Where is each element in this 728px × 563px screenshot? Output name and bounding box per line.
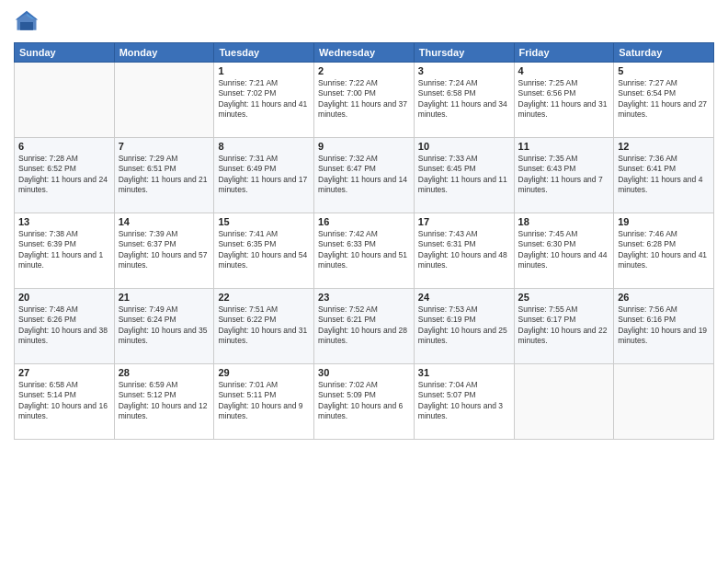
day-info: Sunrise: 7:42 AM Sunset: 6:33 PM Dayligh… xyxy=(318,229,410,271)
day-info: Sunrise: 7:01 AM Sunset: 5:11 PM Dayligh… xyxy=(218,380,310,422)
week-row-4: 20Sunrise: 7:48 AM Sunset: 6:26 PM Dayli… xyxy=(15,289,714,364)
weekday-header-monday: Monday xyxy=(114,43,214,63)
calendar-cell: 10Sunrise: 7:33 AM Sunset: 6:45 PM Dayli… xyxy=(414,138,514,213)
calendar: SundayMondayTuesdayWednesdayThursdayFrid… xyxy=(14,42,714,440)
day-info: Sunrise: 7:43 AM Sunset: 6:31 PM Dayligh… xyxy=(418,229,510,271)
header xyxy=(14,9,714,35)
calendar-cell: 4Sunrise: 7:25 AM Sunset: 6:56 PM Daylig… xyxy=(514,63,614,138)
calendar-cell: 13Sunrise: 7:38 AM Sunset: 6:39 PM Dayli… xyxy=(15,213,115,289)
day-number: 24 xyxy=(418,292,510,303)
week-row-1: 1Sunrise: 7:21 AM Sunset: 7:02 PM Daylig… xyxy=(15,63,714,138)
day-number: 18 xyxy=(518,216,610,227)
day-info: Sunrise: 7:22 AM Sunset: 7:00 PM Dayligh… xyxy=(318,78,410,121)
day-number: 26 xyxy=(618,292,710,303)
day-number: 19 xyxy=(618,216,710,227)
day-number: 11 xyxy=(518,141,610,152)
day-number: 22 xyxy=(218,292,310,303)
weekday-header-tuesday: Tuesday xyxy=(214,43,314,63)
day-info: Sunrise: 7:31 AM Sunset: 6:49 PM Dayligh… xyxy=(218,154,310,196)
calendar-cell: 20Sunrise: 7:48 AM Sunset: 6:26 PM Dayli… xyxy=(15,289,115,364)
day-number: 6 xyxy=(18,141,110,152)
calendar-cell: 19Sunrise: 7:46 AM Sunset: 6:28 PM Dayli… xyxy=(614,213,714,289)
day-number: 5 xyxy=(618,65,710,76)
calendar-cell xyxy=(15,63,115,138)
calendar-cell: 28Sunrise: 6:59 AM Sunset: 5:12 PM Dayli… xyxy=(114,364,214,440)
day-number: 7 xyxy=(119,141,210,152)
day-number: 2 xyxy=(318,65,410,76)
day-info: Sunrise: 7:32 AM Sunset: 6:47 PM Dayligh… xyxy=(318,154,410,196)
weekday-header-thursday: Thursday xyxy=(414,43,514,63)
day-number: 23 xyxy=(318,292,410,303)
day-number: 14 xyxy=(119,216,210,227)
day-info: Sunrise: 7:04 AM Sunset: 5:07 PM Dayligh… xyxy=(418,380,510,422)
day-info: Sunrise: 7:41 AM Sunset: 6:35 PM Dayligh… xyxy=(218,229,310,271)
weekday-header-sunday: Sunday xyxy=(15,43,115,63)
day-number: 30 xyxy=(318,367,410,378)
calendar-cell xyxy=(514,364,614,440)
day-info: Sunrise: 7:28 AM Sunset: 6:52 PM Dayligh… xyxy=(18,154,110,196)
calendar-cell: 8Sunrise: 7:31 AM Sunset: 6:49 PM Daylig… xyxy=(214,138,314,213)
day-info: Sunrise: 7:52 AM Sunset: 6:21 PM Dayligh… xyxy=(318,304,410,347)
day-number: 20 xyxy=(18,292,110,303)
day-info: Sunrise: 7:29 AM Sunset: 6:51 PM Dayligh… xyxy=(119,154,210,196)
calendar-cell: 9Sunrise: 7:32 AM Sunset: 6:47 PM Daylig… xyxy=(314,138,415,213)
week-row-3: 13Sunrise: 7:38 AM Sunset: 6:39 PM Dayli… xyxy=(15,213,714,289)
calendar-cell: 23Sunrise: 7:52 AM Sunset: 6:21 PM Dayli… xyxy=(314,289,415,364)
logo xyxy=(14,9,43,35)
day-info: Sunrise: 7:36 AM Sunset: 6:41 PM Dayligh… xyxy=(618,154,710,196)
day-number: 15 xyxy=(218,216,310,227)
calendar-cell: 6Sunrise: 7:28 AM Sunset: 6:52 PM Daylig… xyxy=(15,138,115,213)
week-row-2: 6Sunrise: 7:28 AM Sunset: 6:52 PM Daylig… xyxy=(15,138,714,213)
calendar-cell: 29Sunrise: 7:01 AM Sunset: 5:11 PM Dayli… xyxy=(214,364,314,440)
day-number: 3 xyxy=(418,65,510,76)
day-number: 27 xyxy=(18,367,110,378)
day-info: Sunrise: 7:02 AM Sunset: 5:09 PM Dayligh… xyxy=(318,380,410,422)
page: SundayMondayTuesdayWednesdayThursdayFrid… xyxy=(0,0,728,563)
day-number: 17 xyxy=(418,216,510,227)
calendar-cell: 14Sunrise: 7:39 AM Sunset: 6:37 PM Dayli… xyxy=(114,213,214,289)
day-info: Sunrise: 7:49 AM Sunset: 6:24 PM Dayligh… xyxy=(119,304,210,347)
calendar-cell: 27Sunrise: 6:58 AM Sunset: 5:14 PM Dayli… xyxy=(15,364,115,440)
weekday-header-saturday: Saturday xyxy=(614,43,714,63)
calendar-cell: 25Sunrise: 7:55 AM Sunset: 6:17 PM Dayli… xyxy=(514,289,614,364)
weekday-header-friday: Friday xyxy=(514,43,614,63)
logo-icon xyxy=(14,9,40,35)
calendar-cell: 11Sunrise: 7:35 AM Sunset: 6:43 PM Dayli… xyxy=(514,138,614,213)
calendar-cell xyxy=(614,364,714,440)
day-number: 8 xyxy=(218,141,310,152)
calendar-cell: 30Sunrise: 7:02 AM Sunset: 5:09 PM Dayli… xyxy=(314,364,415,440)
day-info: Sunrise: 7:21 AM Sunset: 7:02 PM Dayligh… xyxy=(218,78,310,121)
day-info: Sunrise: 7:38 AM Sunset: 6:39 PM Dayligh… xyxy=(18,229,110,271)
calendar-cell: 26Sunrise: 7:56 AM Sunset: 6:16 PM Dayli… xyxy=(614,289,714,364)
day-info: Sunrise: 7:25 AM Sunset: 6:56 PM Dayligh… xyxy=(518,78,610,121)
day-info: Sunrise: 7:45 AM Sunset: 6:30 PM Dayligh… xyxy=(518,229,610,271)
weekday-header-row: SundayMondayTuesdayWednesdayThursdayFrid… xyxy=(15,43,714,63)
day-number: 4 xyxy=(518,65,610,76)
day-info: Sunrise: 7:56 AM Sunset: 6:16 PM Dayligh… xyxy=(618,304,710,347)
day-number: 10 xyxy=(418,141,510,152)
calendar-cell xyxy=(114,63,214,138)
day-info: Sunrise: 7:39 AM Sunset: 6:37 PM Dayligh… xyxy=(119,229,210,271)
svg-rect-2 xyxy=(20,22,33,30)
calendar-cell: 17Sunrise: 7:43 AM Sunset: 6:31 PM Dayli… xyxy=(414,213,514,289)
day-number: 25 xyxy=(518,292,610,303)
day-number: 9 xyxy=(318,141,410,152)
day-info: Sunrise: 7:48 AM Sunset: 6:26 PM Dayligh… xyxy=(18,304,110,347)
day-number: 1 xyxy=(218,65,310,76)
day-number: 16 xyxy=(318,216,410,227)
day-info: Sunrise: 7:27 AM Sunset: 6:54 PM Dayligh… xyxy=(618,78,710,121)
calendar-cell: 1Sunrise: 7:21 AM Sunset: 7:02 PM Daylig… xyxy=(214,63,314,138)
weekday-header-wednesday: Wednesday xyxy=(314,43,415,63)
calendar-cell: 7Sunrise: 7:29 AM Sunset: 6:51 PM Daylig… xyxy=(114,138,214,213)
day-info: Sunrise: 7:53 AM Sunset: 6:19 PM Dayligh… xyxy=(418,304,510,347)
calendar-cell: 16Sunrise: 7:42 AM Sunset: 6:33 PM Dayli… xyxy=(314,213,415,289)
calendar-cell: 12Sunrise: 7:36 AM Sunset: 6:41 PM Dayli… xyxy=(614,138,714,213)
day-info: Sunrise: 7:51 AM Sunset: 6:22 PM Dayligh… xyxy=(218,304,310,347)
day-info: Sunrise: 7:55 AM Sunset: 6:17 PM Dayligh… xyxy=(518,304,610,347)
calendar-cell: 22Sunrise: 7:51 AM Sunset: 6:22 PM Dayli… xyxy=(214,289,314,364)
day-info: Sunrise: 6:58 AM Sunset: 5:14 PM Dayligh… xyxy=(18,380,110,422)
day-number: 12 xyxy=(618,141,710,152)
calendar-cell: 2Sunrise: 7:22 AM Sunset: 7:00 PM Daylig… xyxy=(314,63,415,138)
day-info: Sunrise: 6:59 AM Sunset: 5:12 PM Dayligh… xyxy=(119,380,210,422)
day-info: Sunrise: 7:24 AM Sunset: 6:58 PM Dayligh… xyxy=(418,78,510,121)
